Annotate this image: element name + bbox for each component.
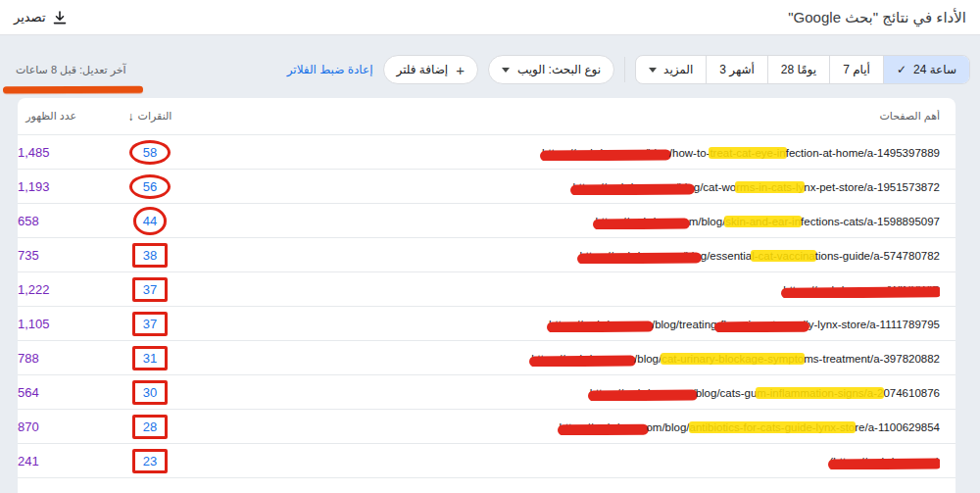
impressions-value: 788 — [18, 351, 39, 366]
page-url-link[interactable]: https://web-lynx.com/blog/cat-urinary-bl… — [531, 353, 940, 365]
annotation-circle: 58 — [129, 140, 171, 165]
clicks-value: 56 — [143, 179, 157, 194]
table-row: https://web-lynx.com/blog/skin-and-ear-i… — [18, 204, 956, 238]
column-header-clicks[interactable]: النقرات ↓ — [76, 110, 223, 123]
chevron-down-icon — [649, 68, 657, 73]
check-icon: ✓ — [897, 63, 906, 76]
page-url-link[interactable]: https://web-lynx.com/WINXWIP — [783, 284, 940, 296]
url-text: y-lynx-store/a-1111789795 — [808, 319, 940, 330]
redaction-red-marker: https://web-lynx.com/blog — [542, 147, 669, 159]
table-header-row: أهم الصفحات النقرات ↓ عدد الظهور — [18, 98, 956, 135]
clicks-cell: 56 — [76, 174, 223, 199]
url-text: om/blog/ — [646, 421, 689, 433]
redaction-red-marker: https://web-lynx.com — [549, 319, 652, 330]
date-tab-5[interactable]: المزيد — [636, 56, 706, 83]
impressions-cell: 241 — [18, 452, 76, 469]
url-text: g/cat-wo — [694, 181, 736, 193]
export-label: تصدير — [14, 10, 46, 25]
redaction-red-marker: (https://web-lynx.com) — [830, 456, 940, 468]
add-filter-label: إضافة فلتر — [397, 63, 449, 76]
page-url-cell: https://web-lynx.com/blog/cats-gum-infla… — [223, 383, 940, 401]
redaction-yellow-highlight: treat-cat-eye-in — [710, 147, 785, 159]
url-text: /blog/ — [634, 353, 662, 365]
url-text: tions-guide/a-574780782 — [815, 250, 940, 262]
annotation-square: 23 — [132, 449, 168, 473]
page-url-link[interactable]: https://web-lynx.com/blog/treating-fleas… — [549, 319, 940, 330]
date-tab-1[interactable]: 24 ساعة✓ — [883, 56, 969, 83]
redaction-yellow-highlight: rms-in-cats-ly — [736, 181, 804, 193]
table-row: https://web-lynx.com/blog/essential-cat-… — [18, 238, 956, 272]
page-url-link[interactable]: https://web-lynx.com/blog/antibiotics-fo… — [560, 421, 940, 433]
table-row: https://web-lynx.com/blog/antibiotics-fo… — [18, 410, 956, 444]
impressions-value: 1,193 — [18, 179, 50, 194]
plus-icon: + — [456, 63, 465, 77]
redaction-yellow-highlight: antibiotics-for-cats-guide-lynx-sto — [690, 421, 856, 433]
clicks-cell: 30 — [76, 380, 223, 405]
impressions-cell: 788 — [18, 349, 76, 367]
table-row: https://web-lynx.com/blog/treating-fleas… — [18, 307, 956, 341]
impressions-value: 1,105 — [18, 317, 50, 331]
impressions-value: 1,222 — [18, 282, 50, 297]
url-text: re/a-1100629854 — [855, 421, 940, 433]
url-text: fections-cats/a-1598895097 — [801, 216, 940, 227]
date-range-tabs: 24 ساعة✓7 أيام28 يومًا3 أشهرالمزيد — [635, 55, 970, 84]
impressions-cell: 1,193 — [18, 177, 76, 195]
annotation-circle: 44 — [133, 207, 167, 235]
page-url-link[interactable]: https://web-lynx.com/blog/cats-gum-infla… — [590, 387, 940, 399]
filter-toolbar: 24 ساعة✓7 أيام28 يومًا3 أشهرالمزيد نوع ا… — [0, 55, 980, 84]
date-tab-label: المزيد — [663, 63, 693, 76]
redaction-red-marker: https://web-lynx.co — [595, 216, 688, 227]
toolbar-divider — [624, 57, 625, 82]
annotation-circle: 56 — [129, 174, 171, 199]
clicks-cell: 38 — [76, 243, 223, 268]
impressions-cell: 564 — [18, 383, 76, 401]
date-tab-2[interactable]: 7 أيام — [829, 56, 883, 83]
date-tab-3[interactable]: 28 يومًا — [767, 56, 829, 83]
annotation-square: 37 — [132, 312, 168, 336]
clicks-value: 23 — [143, 454, 157, 468]
last-updated-text: آخر تعديل: قبل 8 ساعات — [16, 64, 126, 76]
add-filter-button[interactable]: + إضافة فلتر — [383, 55, 478, 84]
page-url-link[interactable]: https://web-lynx.com/blog/skin-and-ear-i… — [595, 216, 940, 227]
clicks-value: 58 — [143, 145, 157, 160]
clicks-cell: 28 — [76, 415, 223, 439]
annotation-marker-underline — [3, 86, 143, 93]
redaction-red-marker: https://web-lynx.com/ — [590, 387, 696, 399]
page-url-link[interactable]: https://web-lynx.com/blog/how-to-treat-c… — [542, 147, 940, 159]
url-text: /blog/treating — [652, 319, 717, 330]
page-url-cell: https://web-lynx.com/blog/skin-and-ear-i… — [223, 212, 940, 229]
url-text: m/blog/ — [689, 216, 726, 227]
redaction-yellow-highlight: skin-and-ear-in — [725, 216, 801, 227]
page-url-link[interactable]: https://web-lynx.com/blog/cat-worms-in-c… — [572, 181, 940, 193]
date-tab-4[interactable]: 3 أشهر — [706, 56, 767, 83]
page-url-cell: https://web-lynx.com/blog/antibiotics-fo… — [223, 418, 940, 435]
table-row: https://web-lynx.com/WINXWIP371,222 — [18, 272, 956, 307]
impressions-cell: 1,222 — [18, 280, 76, 298]
table-body: https://web-lynx.com/blog/how-to-treat-c… — [18, 135, 956, 478]
chevron-down-icon — [502, 68, 510, 73]
reset-filters-link[interactable]: إعادة ضبط الفلاتر — [287, 63, 373, 76]
search-type-button[interactable]: نوع البحث: الويب — [488, 55, 614, 84]
page-url-cell: https://web-lynx.com/WINXWIP — [223, 280, 940, 298]
redaction-red-marker: https://web-lynx.com/blo — [572, 181, 693, 193]
clicks-cell: 37 — [76, 277, 223, 302]
table-row: https://web-lynx.com/blog/cats-gum-infla… — [18, 375, 956, 410]
url-text: g/essentia — [701, 250, 752, 262]
clicks-cell: 44 — [76, 207, 223, 235]
url-text: blog/cats-gu — [696, 387, 758, 399]
clicks-cell: 23 — [76, 449, 223, 473]
page-url-link[interactable]: (https://web-lynx.com) — [830, 456, 940, 468]
clicks-value: 44 — [143, 214, 157, 228]
redaction-red-marker: https://web-lynx.c — [560, 421, 647, 433]
impressions-cell: 735 — [18, 246, 76, 264]
page-url-cell: https://web-lynx.com/blog/cat-worms-in-c… — [223, 177, 940, 195]
url-text: nx-pet-store/a-1951573872 — [804, 181, 940, 193]
impressions-value: 1,485 — [18, 145, 50, 160]
clicks-value: 38 — [143, 248, 157, 263]
url-text: /how-to- — [669, 147, 710, 159]
column-header-impressions[interactable]: عدد الظهور — [18, 110, 76, 123]
clicks-value: 30 — [143, 385, 157, 400]
clicks-value: 37 — [143, 282, 157, 297]
export-button[interactable]: تصدير — [14, 10, 67, 25]
page-url-link[interactable]: https://web-lynx.com/blog/essential-cat-… — [579, 250, 940, 262]
